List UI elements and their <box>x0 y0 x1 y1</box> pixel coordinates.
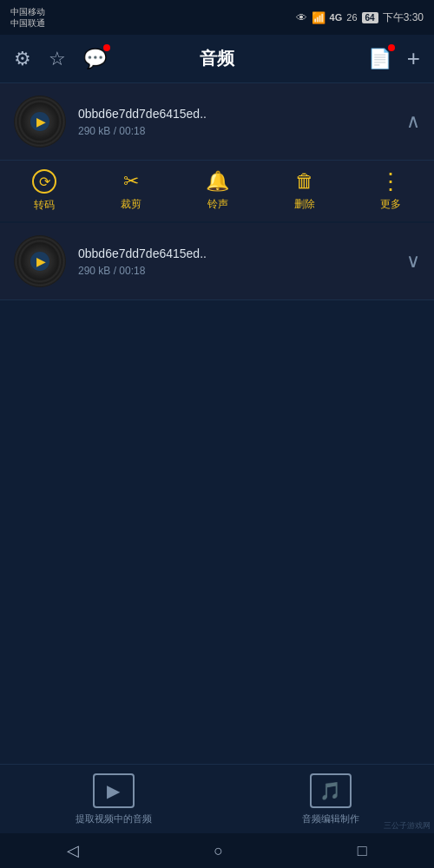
delete-icon: 🗑 <box>295 170 314 193</box>
nav-audio-edit[interactable]: 🎵 音频编辑制作 <box>302 773 359 825</box>
audio-name-1: 0bbd6e7dd7de6415ed.. <box>78 107 394 121</box>
home-button[interactable]: ○ <box>214 842 223 860</box>
app-toolbar: ⚙ ☆ 💬 音频 📄 + <box>0 35 434 83</box>
page-title: 音频 <box>200 47 234 70</box>
doc-badge <box>388 44 395 51</box>
favorites-button[interactable]: ☆ <box>49 48 66 70</box>
status-bar: 中国移动 中国联通 👁 📶 4G 26 64 下午3:30 <box>0 0 434 35</box>
ringtone-icon: 🔔 <box>206 170 229 193</box>
audio-edit-icon: 🎵 <box>319 780 341 801</box>
carrier1: 中国移动 <box>10 6 45 17</box>
chat-badge <box>103 44 110 51</box>
audio-info-2: 0bbd6e7dd7de6415ed.. 290 kB / 00:18 <box>78 247 394 277</box>
toolbar-right-icons: 📄 + <box>368 45 420 72</box>
add-button[interactable]: + <box>407 45 420 72</box>
audio-meta-2: 290 kB / 00:18 <box>78 265 394 277</box>
action-transcode[interactable]: ⟳ 转码 <box>32 169 56 213</box>
carrier-info: 中国移动 中国联通 <box>10 6 45 29</box>
audio-meta-1: 290 kB / 00:18 <box>78 125 394 137</box>
vinyl-center-1: ▶ <box>30 112 49 131</box>
more-label: 更多 <box>380 197 401 212</box>
ringtone-label: 铃声 <box>207 197 228 212</box>
audio-item-2[interactable]: ▶ 0bbd6e7dd7de6415ed.. 290 kB / 00:18 ∨ <box>0 223 434 300</box>
transcode-label: 转码 <box>34 198 55 213</box>
audio-info-1: 0bbd6e7dd7de6415ed.. 290 kB / 00:18 <box>78 107 394 137</box>
signal-4g: 4G <box>330 12 343 23</box>
chevron-up-1[interactable]: ∧ <box>406 110 420 133</box>
edit-label: 音频编辑制作 <box>302 812 359 825</box>
audio-item-1[interactable]: ▶ 0bbd6e7dd7de6415ed.. 290 kB / 00:18 ∧ <box>0 83 434 161</box>
toolbar-left-icons: ⚙ ☆ 💬 <box>14 48 107 70</box>
delete-label: 删除 <box>294 197 315 212</box>
settings-button[interactable]: ⚙ <box>14 48 31 70</box>
status-icons: 👁 📶 4G 26 64 下午3:30 <box>296 10 424 25</box>
album-art-2: ▶ <box>14 235 66 287</box>
extract-video-icon: ▶ <box>107 780 120 801</box>
action-delete[interactable]: 🗑 删除 <box>294 170 315 212</box>
eye-icon: 👁 <box>296 11 307 24</box>
action-cut[interactable]: ✂ 裁剪 <box>121 170 141 212</box>
more-icon: ⋮ <box>379 170 402 193</box>
doc-button[interactable]: 📄 <box>368 48 391 70</box>
vinyl-center-2: ▶ <box>30 252 49 271</box>
nav-extract-audio[interactable]: ▶ 提取视频中的音频 <box>76 773 152 825</box>
carrier2: 中国联通 <box>10 17 45 29</box>
action-toolbar: ⟳ 转码 ✂ 裁剪 🔔 铃声 🗑 删除 ⋮ 更多 <box>0 161 434 223</box>
play-icon-1: ▶ <box>36 115 46 128</box>
bottom-nav: ▶ 提取视频中的音频 🎵 音频编辑制作 <box>0 764 434 833</box>
chat-button[interactable]: 💬 <box>83 48 107 70</box>
play-icon-2: ▶ <box>36 254 46 268</box>
wifi-icon: 📶 <box>312 11 326 24</box>
extract-label: 提取视频中的音频 <box>76 812 152 825</box>
signal-bars: 26 <box>346 12 357 23</box>
extract-icon-box: ▶ <box>93 773 135 808</box>
audio-name-2: 0bbd6e7dd7de6415ed.. <box>78 247 394 260</box>
action-more[interactable]: ⋮ 更多 <box>379 170 402 212</box>
album-art-1: ▶ <box>14 95 66 148</box>
recent-button[interactable]: □ <box>358 842 367 860</box>
back-button[interactable]: ◁ <box>67 841 79 860</box>
action-ringtone[interactable]: 🔔 铃声 <box>206 170 229 212</box>
battery-indicator: 64 <box>362 12 378 23</box>
cut-label: 裁剪 <box>121 197 141 212</box>
cut-icon: ✂ <box>123 170 139 193</box>
edit-icon-box: 🎵 <box>310 773 352 808</box>
system-nav: ◁ ○ □ <box>0 833 434 868</box>
chevron-down-2[interactable]: ∨ <box>406 250 420 273</box>
watermark: 三公子游戏网 <box>384 820 431 832</box>
transcode-icon: ⟳ <box>32 169 56 194</box>
time: 下午3:30 <box>383 10 424 25</box>
